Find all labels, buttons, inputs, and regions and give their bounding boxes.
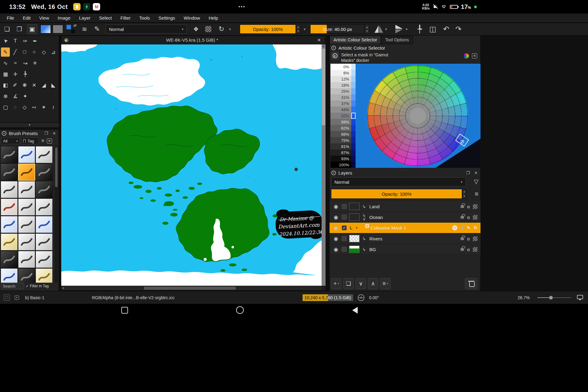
artistic-colour-wheel[interactable] [367,65,468,166]
menu-item-layer[interactable]: Layer [75,14,94,21]
layer-visibility-icon[interactable]: ◉ [332,236,340,242]
layer-checkbox[interactable] [342,215,347,220]
layer-lock-icon[interactable] [461,216,464,219]
chevron-down-icon[interactable]: ▾ [385,27,387,31]
float-docker-icon[interactable]: ❐ [465,171,471,175]
layer-lock-icon[interactable] [461,248,464,251]
blue-shade-cell[interactable] [351,82,356,88]
rect-select-tool[interactable]: ▢ [1,103,10,112]
value-step-row[interactable]: 68% [330,131,356,137]
opacity-spinner[interactable]: ▴▾ [296,24,300,34]
value-step-row[interactable]: 87% [330,149,356,156]
pattern-chooser[interactable] [53,25,63,33]
layer-properties-button[interactable]: ≡▾ [380,278,390,289]
brush-search-input[interactable]: Search [1,283,24,289]
add-layer-button[interactable]: +▾ [331,278,341,289]
menu-item-window[interactable]: Window [180,14,204,21]
rectangle-tool[interactable]: □ [20,47,29,57]
menu-item-image[interactable]: Image [54,14,74,21]
chevron-down-icon[interactable]: ▾ [229,27,231,31]
layer-opacity-spinner[interactable]: ▴▾ [462,189,466,199]
back-button[interactable] [352,307,358,314]
undo-button[interactable]: ↶ [442,24,451,34]
canvas[interactable]: Dr-Maxime @ DeviantArt.com 2024.10.12/22… [61,44,322,286]
menu-item-select[interactable]: Select [96,14,116,21]
brush-preset-thumbnail[interactable] [1,233,18,251]
brush-preset-thumbnail[interactable] [1,268,18,283]
layer-inherit-alpha-icon[interactable] [473,204,477,209]
brush-preset-thumbnail[interactable] [18,146,35,163]
move-layer-up-button[interactable]: ∧ [368,278,378,289]
toolbox-collapse-strip[interactable]: ▼ [0,123,59,127]
transform-tool[interactable]: ▦ [1,70,10,79]
move-layer-down-button[interactable]: ∨ [356,278,366,289]
canvas-horizontal-scrollbar[interactable]: ◄ [61,286,322,290]
selector-settings-icon[interactable]: ≣ [472,53,477,58]
line-tool[interactable]: ╱ [10,47,19,57]
save-document-button[interactable]: ▣ [27,24,37,34]
colorize-refresh-icon[interactable]: ↻ [473,225,477,231]
close-document-icon[interactable]: ✕ [315,37,323,43]
colorize-update-icon[interactable] [452,225,457,230]
docker-lock-icon[interactable] [331,46,336,50]
blue-shade-cell[interactable] [351,107,356,113]
docker-lock-icon[interactable] [331,171,336,175]
layer-lock-icon[interactable] [461,205,464,208]
ellipse-tool[interactable]: ○ [30,47,39,57]
layer-inherit-alpha-icon[interactable] [473,236,477,241]
document-title-bar[interactable]: WE-8K-V5.kra (1.5 GiB) * ✕ [61,36,326,44]
filter-in-tag-checkbox[interactable]: ✓Filter in Tag [26,284,49,288]
layer-thumbnail[interactable] [349,203,360,210]
blue-shade-cell[interactable] [351,100,356,107]
layer-row-rivers[interactable]: ◉↳Riversα [330,233,481,244]
brush-filter-dropdown[interactable]: All▾ [1,138,20,144]
blue-shade-cell[interactable] [351,94,356,100]
current-brush-name[interactable]: b) Basic-1 [25,295,44,300]
brush-preset-thumbnail[interactable] [1,164,18,181]
float-docker-icon[interactable]: ❐ [43,131,49,136]
bezier-select-tool[interactable]: ≀ [49,103,58,112]
measure-tool[interactable]: ∡ [11,92,20,101]
layer-filter-icon[interactable]: ▽ [474,178,478,185]
brush-preset-thumbnail[interactable] [36,164,53,181]
brush-preset-thumbnail[interactable] [18,268,35,283]
brush-preset-thumbnail[interactable] [1,198,18,216]
layer-expand-chevron-icon[interactable]: ↳∨ [361,213,368,221]
color-wheel-settings-icon[interactable] [464,53,469,58]
blue-shade-cell[interactable] [351,131,356,137]
freehand-select-tool[interactable]: ∾ [30,103,39,112]
brush-preset-thumbnail-selected[interactable] [18,164,35,181]
scroll-up-icon[interactable]: ▲ [322,44,326,48]
zoom-percent[interactable]: 26.7% [518,295,530,300]
value-step-row[interactable]: 81% [330,143,356,149]
crop-tool[interactable]: ╄ [21,70,30,79]
layer-alpha-icon[interactable]: α [467,215,470,220]
layer-row-land[interactable]: ◉↳Landα [330,201,481,212]
tag-button[interactable]: Tag [21,138,39,144]
selection-display-icon[interactable] [15,296,19,300]
reference-images-tool[interactable]: ✦ [21,92,30,101]
edit-shapes-tool[interactable]: ✑ [21,36,30,46]
blue-shade-cell[interactable] [351,149,356,156]
magic-wand-tool[interactable]: ✶ [39,103,48,112]
blue-shade-cell[interactable] [351,76,356,82]
zoom-slider[interactable] [537,297,571,298]
layer-opacity-slider[interactable]: Opacity: 100% [331,189,462,199]
blue-shade-cell[interactable] [351,113,356,119]
close-docker-icon[interactable]: ✕ [51,131,57,136]
dynamic-brush-tool[interactable]: ↝ [21,58,30,68]
enclose-fill-tool[interactable]: ◣ [49,81,58,90]
transform-select-tool[interactable]: ➤ [0,35,12,47]
menu-item-view[interactable]: View [36,14,53,21]
ellipse-select-tool[interactable]: ◌ [10,103,19,112]
calligraphy-tool[interactable]: ✒ [30,36,40,46]
fill-tool[interactable]: ◢ [39,81,48,90]
docker-lock-icon[interactable] [2,131,6,136]
brush-preset-thumbnail[interactable] [36,268,53,283]
map-canvas[interactable]: Dr-Maxime @ DeviantArt.com 2024.10.12/22… [61,44,322,286]
brush-preset-thumbnail[interactable] [36,181,53,198]
canvas-vertical-scrollbar[interactable]: ▲ [322,44,326,286]
close-docker-icon[interactable]: ✕ [473,171,479,175]
layer-alpha-icon[interactable]: α [467,204,470,209]
colorize-mask-tool[interactable]: ✕ [30,81,39,90]
